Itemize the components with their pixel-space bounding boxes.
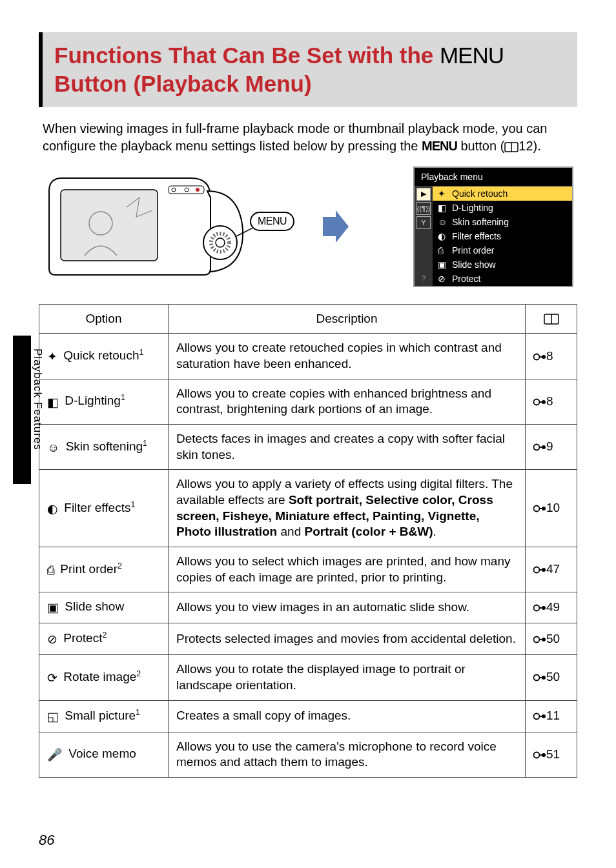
menu-callout-label: MENU: [250, 212, 294, 231]
slide-show-icon: ▣: [438, 259, 447, 270]
reference-cell: 8: [526, 334, 577, 379]
option-icon: ▣: [47, 600, 59, 616]
lcd-item-label: Filter effects: [452, 231, 501, 241]
side-section-label: Playback Features: [31, 348, 44, 450]
lcd-item-label: Slide show: [452, 259, 496, 270]
lcd-item: ✦Quick retouch: [433, 187, 572, 201]
book-icon: [544, 312, 559, 325]
page-title: Functions That Can Be Set with the MENU …: [54, 41, 566, 98]
intro-c: ).: [533, 139, 541, 153]
option-cell: ☺ Skin softening1: [39, 424, 169, 469]
option-cell: 🎤 Voice memo: [39, 732, 169, 777]
diagram-row: MENU Playback menu ▶ ((¶)) Y ? ✦Quick re…: [43, 167, 573, 287]
reference-cell: 11: [526, 700, 577, 732]
lcd-tab-wrench-icon: Y: [416, 216, 431, 229]
description-cell: Allows you to rotate the displayed image…: [169, 655, 526, 700]
svg-point-39: [534, 714, 540, 720]
option-icon: ⊘: [47, 632, 57, 648]
option-cell: ✦ Quick retouch1: [39, 334, 169, 379]
description-cell: Allows you to create copies with enhance…: [169, 379, 526, 424]
camera-illustration: MENU: [43, 172, 256, 281]
table-row: ◐ Filter effects1Allows you to apply a v…: [39, 470, 577, 547]
lcd-tabs: ▶ ((¶)) Y ?: [415, 187, 433, 286]
svg-point-27: [534, 567, 540, 573]
option-cell: ⊘ Protect2: [39, 623, 169, 655]
intro-b: button (: [457, 139, 504, 153]
lcd-item: ⎙Print order: [433, 243, 572, 257]
playback-options-table: Option Description ✦ Quick retouch1Allow…: [39, 304, 577, 778]
col-description: Description: [169, 304, 526, 334]
reference-cell: 50: [526, 655, 577, 700]
menu-word-icon: MENU: [422, 139, 457, 153]
lcd-item-label: Print order: [452, 245, 494, 256]
lcd-item-label: Skin softening: [452, 217, 509, 227]
svg-point-6: [216, 238, 225, 247]
reference-cell: 10: [526, 470, 577, 547]
svg-point-10: [196, 188, 200, 192]
title-pre: Functions That Can Be Set with the: [54, 43, 440, 68]
book-icon: [504, 139, 518, 153]
lcd-playback-menu: Playback menu ▶ ((¶)) Y ? ✦Quick retouch…: [413, 167, 573, 287]
option-icon: ◐: [47, 501, 58, 518]
description-cell: Allows you to use the camera's microphon…: [169, 732, 526, 777]
svg-point-21: [534, 445, 540, 450]
option-cell: ◱ Small picture1: [39, 700, 169, 732]
protect-icon: ⊘: [438, 274, 447, 284]
table-row: 🎤 Voice memoAllows you to use the camera…: [39, 732, 577, 777]
option-icon: ◧: [47, 395, 59, 411]
reference-cell: 50: [526, 623, 577, 655]
option-icon: ◱: [47, 709, 59, 725]
description-cell: Allows you to select which images are pr…: [169, 547, 526, 592]
svg-point-24: [534, 506, 540, 512]
lcd-tab-antenna-icon: ((¶)): [416, 202, 431, 215]
description-cell: Creates a small copy of images.: [169, 700, 526, 732]
option-cell: ▣ Slide show: [39, 592, 169, 623]
table-row: ☺ Skin softening1Detects faces in images…: [39, 424, 577, 469]
table-row: ◱ Small picture1Creates a small copy of …: [39, 700, 577, 732]
svg-point-20: [542, 400, 546, 404]
print-order-icon: ⎙: [438, 245, 447, 256]
svg-point-35: [542, 638, 546, 641]
lcd-item: ▣Slide show: [433, 257, 572, 272]
intro-ref: 12: [518, 139, 533, 153]
svg-point-33: [534, 636, 540, 642]
svg-point-41: [542, 714, 546, 718]
option-cell: ◐ Filter effects1: [39, 470, 169, 547]
option-cell: ⟳ Rotate image2: [39, 655, 169, 700]
description-cell: Detects faces in images and creates a co…: [169, 424, 526, 469]
svg-point-26: [542, 507, 546, 510]
filter-effects-icon: ◐: [438, 231, 447, 241]
description-cell: Allows you to apply a variety of effects…: [169, 470, 526, 547]
lcd-list: ✦Quick retouch ◧D-Lighting ☺Skin softeni…: [433, 187, 572, 286]
svg-point-38: [542, 676, 546, 680]
table-row: ✦ Quick retouch1Allows you to create ret…: [39, 334, 577, 379]
col-reference: [526, 304, 577, 334]
page-number: 86: [39, 832, 54, 849]
reference-cell: 51: [526, 732, 577, 777]
lcd-item-label: Protect: [452, 274, 480, 284]
svg-point-29: [542, 568, 546, 572]
option-cell: ⎙ Print order2: [39, 547, 169, 592]
table-row: ◧ D-Lighting1Allows you to create copies…: [39, 379, 577, 424]
description-cell: Allows you to create retouched copies in…: [169, 334, 526, 379]
quick-retouch-icon: ✦: [438, 188, 447, 199]
menu-word-icon: MENU: [440, 43, 504, 68]
lcd-item: ◧D-Lighting: [433, 201, 572, 215]
table-row: ⎙ Print order2Allows you to select which…: [39, 547, 577, 592]
svg-point-15: [534, 354, 540, 359]
lcd-item: ☺Skin softening: [433, 215, 572, 229]
lcd-item: ⊘Protect: [433, 272, 572, 286]
intro-paragraph: When viewing images in full-frame playba…: [43, 120, 577, 155]
option-icon: ⎙: [47, 563, 54, 579]
svg-point-18: [534, 399, 540, 405]
title-post: Button (Playback Menu): [54, 71, 312, 96]
reference-cell: 9: [526, 424, 577, 469]
svg-point-30: [534, 605, 540, 611]
reference-cell: 47: [526, 547, 577, 592]
lcd-item: ◐Filter effects: [433, 229, 572, 243]
lcd-item-label: Quick retouch: [452, 188, 508, 199]
svg-point-23: [542, 445, 546, 449]
option-icon: ⟳: [47, 671, 57, 687]
lcd-header: Playback menu: [415, 168, 572, 187]
description-cell: Protects selected images and movies from…: [169, 623, 526, 655]
